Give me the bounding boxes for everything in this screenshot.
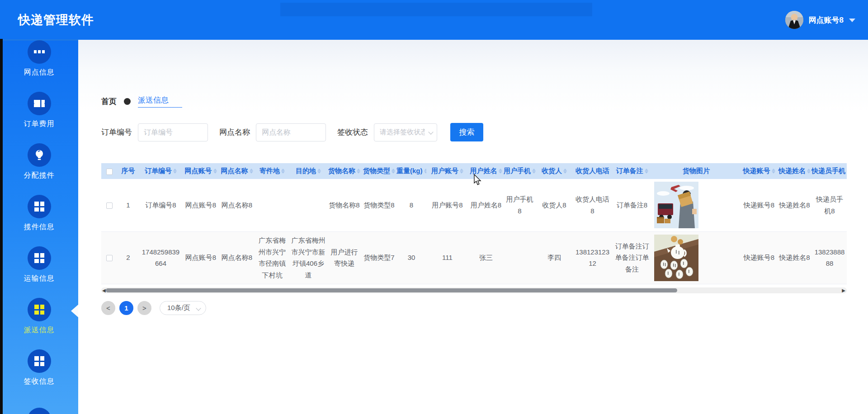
column-header-订单编号[interactable]: 订单编号 xyxy=(139,163,182,179)
column-header-重量(kg)[interactable]: 重量(kg) xyxy=(396,163,426,179)
sort-carets-icon[interactable] xyxy=(357,169,360,174)
cell-网点账号: 网点账号8 xyxy=(182,231,219,284)
column-label: 订单备注 xyxy=(616,167,643,175)
column-label: 快递员手机 xyxy=(811,167,845,175)
menu-squares-icon xyxy=(28,40,51,64)
cell-快递员手机: 快递员手机8 xyxy=(811,179,847,231)
table-row: 1订单编号8网点账号8网点名称8货物名称8货物类型88用户账号8用户姓名8用户手… xyxy=(101,179,847,231)
cell-快递姓名: 快递姓名8 xyxy=(778,179,811,231)
column-header-快递账号[interactable]: 快递账号 xyxy=(741,163,778,179)
column-label: 目的地 xyxy=(296,167,316,175)
sort-carets-icon[interactable] xyxy=(460,169,463,174)
sort-carets-icon[interactable] xyxy=(281,169,285,174)
page-1-button[interactable]: 1 xyxy=(119,301,133,315)
sidebar-item-网点信息[interactable]: 网点信息 xyxy=(0,40,78,85)
row-checkbox[interactable] xyxy=(106,255,113,261)
column-header-订单备注[interactable]: 订单备注 xyxy=(612,163,652,179)
column-label: 重量(kg) xyxy=(396,167,423,175)
scroll-left-icon[interactable]: ◀ xyxy=(102,287,106,293)
horizontal-scrollbar[interactable]: ◀ ▶ xyxy=(101,287,847,293)
next-page-button[interactable]: > xyxy=(137,301,151,315)
cell-快递账号: 快递账号8 xyxy=(741,231,778,284)
column-header-网点账号[interactable]: 网点账号 xyxy=(182,163,219,179)
column-header-目的地[interactable]: 目的地 xyxy=(290,163,327,179)
order-no-input[interactable] xyxy=(138,123,208,141)
cell-寄件地 xyxy=(255,179,290,231)
sidebar-item-label: 网点信息 xyxy=(24,68,55,77)
sort-carets-icon[interactable] xyxy=(563,169,567,174)
column-header-收货人电话[interactable]: 收货人电话 xyxy=(573,163,612,179)
sort-carets-icon[interactable] xyxy=(807,169,811,174)
scroll-right-icon[interactable]: ▶ xyxy=(842,287,845,293)
sort-carets-icon[interactable] xyxy=(250,169,253,174)
grid-icon xyxy=(28,246,51,270)
sort-carets-icon[interactable] xyxy=(213,169,217,174)
cell-快递账号: 快递账号8 xyxy=(741,179,778,231)
cell-用户姓名: 张三 xyxy=(468,231,504,284)
filter-bar: 订单编号 网点名称 签收状态 请选择签收状态 搜索 xyxy=(101,123,483,141)
sidebar-item-分配揽件[interactable]: 分配揽件 xyxy=(0,136,78,188)
sidebar-item-bottom-7[interactable] xyxy=(0,394,78,414)
cell-用户手机: 用户手机8 xyxy=(504,179,536,231)
scrollbar-thumb[interactable] xyxy=(106,288,677,292)
column-header-网点名称[interactable]: 网点名称 xyxy=(219,163,255,179)
sort-carets-icon[interactable] xyxy=(532,169,536,174)
row-select-cell xyxy=(101,179,117,231)
column-header-用户姓名[interactable]: 用户姓名 xyxy=(468,163,504,179)
sort-carets-icon[interactable] xyxy=(392,169,395,174)
prev-page-button[interactable]: < xyxy=(101,301,115,315)
site-name-input[interactable] xyxy=(256,123,326,141)
sidebar-item-揽件信息[interactable]: 揽件信息 xyxy=(0,188,78,239)
sidebar-item-派送信息[interactable]: 派送信息 xyxy=(0,291,78,342)
cell-用户账号: 用户账号8 xyxy=(426,179,468,231)
breadcrumb-current-link[interactable]: 派送信息 xyxy=(138,95,182,108)
sidebar-item-订单费用[interactable]: 订单费用 xyxy=(0,85,78,136)
sign-status-select[interactable]: 请选择签收状态 xyxy=(374,123,437,141)
breadcrumb-home-link[interactable]: 首页 xyxy=(101,96,117,107)
cell-订单编号: 1748259839664 xyxy=(139,231,182,284)
column-header-序号[interactable]: 序号 xyxy=(117,163,139,179)
column-header-快递员手机[interactable]: 快递员手机 xyxy=(811,163,847,179)
sidebar-item-运输信息[interactable]: 运输信息 xyxy=(0,239,78,291)
column-header-收货人[interactable]: 收货人 xyxy=(536,163,573,179)
column-header-用户手机[interactable]: 用户手机 xyxy=(504,163,536,179)
column-header-快递姓名[interactable]: 快递姓名 xyxy=(778,163,811,179)
column-header-用户账号[interactable]: 用户账号 xyxy=(426,163,468,179)
sort-carets-icon[interactable] xyxy=(317,169,321,174)
column-label: 快递姓名 xyxy=(778,167,806,175)
page-size-select[interactable]: 10条/页 xyxy=(160,301,206,315)
select-all-checkbox[interactable] xyxy=(106,169,113,175)
search-button[interactable]: 搜索 xyxy=(450,123,483,141)
column-header-货物名称[interactable]: 货物名称 xyxy=(327,163,362,179)
column-label: 货物图片 xyxy=(683,167,710,175)
sort-carets-icon[interactable] xyxy=(645,169,648,174)
sort-carets-icon[interactable] xyxy=(424,169,427,174)
avatar[interactable] xyxy=(785,11,803,29)
column-label: 收货人电话 xyxy=(576,167,609,175)
row-checkbox[interactable] xyxy=(106,202,113,209)
table-header-row: 序号订单编号网点账号网点名称寄件地目的地货物名称货物类型重量(kg)用户账号用户… xyxy=(101,163,847,179)
cell-收货人: 收货人8 xyxy=(536,179,573,231)
breadcrumb: 首页 派送信息 xyxy=(101,95,182,108)
column-label: 网点账号 xyxy=(185,167,212,175)
column-header-货物图片[interactable]: 货物图片 xyxy=(652,163,741,179)
column-header-寄件地[interactable]: 寄件地 xyxy=(255,163,290,179)
grid-icon xyxy=(28,349,51,373)
cell-用户手机 xyxy=(504,231,536,284)
user-menu[interactable]: 网点账号8 xyxy=(785,0,855,40)
sort-carets-icon[interactable] xyxy=(499,169,502,174)
order-no-label: 订单编号 xyxy=(101,127,132,137)
cell-收货人电话: 收货人电话8 xyxy=(573,179,612,231)
sort-carets-icon[interactable] xyxy=(772,169,775,174)
column-header-货物类型[interactable]: 货物类型 xyxy=(362,163,396,179)
header-select-all-cell xyxy=(101,163,117,179)
sort-carets-icon[interactable] xyxy=(173,169,177,174)
cell-网点名称: 网点名称8 xyxy=(219,179,255,231)
grid9-icon xyxy=(28,408,51,414)
sidebar-item-label: 揽件信息 xyxy=(24,222,55,232)
cell-订单备注: 订单备注8 xyxy=(612,179,652,231)
video-artifact-band xyxy=(280,3,592,16)
table-row: 21748259839664网点账号8网点名称8广东省梅州市兴宁市径南镇下村坑广… xyxy=(101,231,847,284)
breadcrumb-separator-dot xyxy=(124,98,131,105)
sidebar-item-签收信息[interactable]: 签收信息 xyxy=(0,342,78,394)
